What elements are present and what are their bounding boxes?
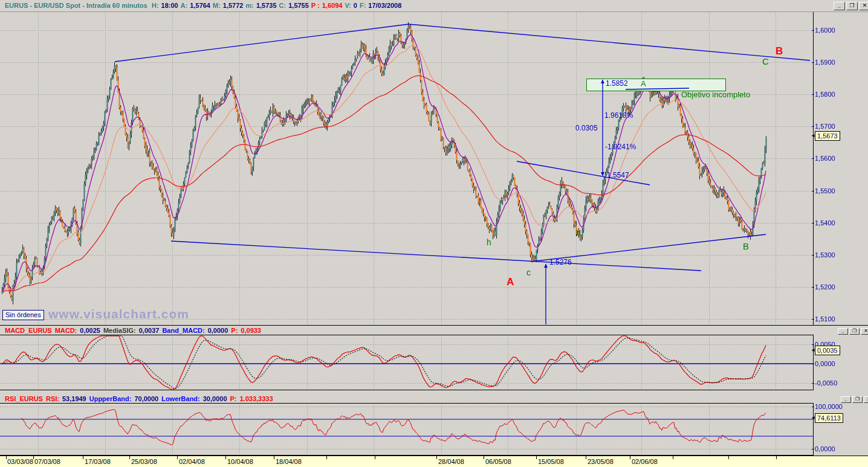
close-button[interactable]: ✕ — [864, 396, 868, 403]
left-pointer-icon: ◄ — [811, 414, 815, 422]
left-pointer-icon: ◄ — [811, 132, 815, 140]
field-label: P : — [311, 2, 320, 9]
macd-panel-bottom-border — [0, 390, 814, 390]
date-tick — [586, 456, 586, 459]
field-label: P: — [231, 327, 238, 334]
date-tick — [436, 456, 437, 459]
main-window-controls: _❐✕ — [834, 2, 868, 10]
titlebar-divider — [0, 11, 868, 12]
minimize-button[interactable]: _ — [838, 328, 848, 335]
date-tick — [728, 456, 729, 459]
axis-tick-label: 1,5500 — [815, 187, 835, 195]
axis-tick-label: 1,5300 — [815, 251, 835, 259]
date-tick — [375, 456, 375, 459]
macd-pane[interactable] — [0, 335, 813, 390]
field-label: MediaSIG: — [103, 327, 136, 334]
titlebar-quote-fields: H:18:00A:1,5764M:1,5772m:1,5735C:1,5755P… — [152, 2, 404, 9]
date-label: 23/05/08 — [588, 458, 614, 465]
axis-tick-label: 1,5800 — [815, 90, 835, 98]
field-value: 1,5772 — [223, 2, 244, 9]
watermark: www.visualchart.com — [48, 307, 189, 321]
field-value: 18:00 — [161, 2, 178, 9]
axis-tick-label: 1,5400 — [815, 219, 835, 227]
minimize-button[interactable]: _ — [834, 2, 845, 10]
field-value: 1.033,3333 — [240, 395, 273, 402]
maximize-button[interactable]: ❐ — [849, 328, 860, 335]
symbol-title: EURUS - EUR/USD Spot - Intradía 60 minut… — [5, 2, 147, 9]
minimize-button[interactable]: _ — [841, 396, 851, 403]
date-tick — [673, 456, 673, 459]
date-tick — [6, 456, 7, 459]
field-label: C: — [279, 2, 287, 9]
date-label: 02/06/08 — [632, 458, 658, 465]
maximize-button[interactable]: ❐ — [846, 2, 858, 10]
field-label: UppperBand: — [89, 395, 132, 402]
wave-b2-label: B — [743, 241, 749, 251]
field-value: 0,0000 — [208, 327, 228, 334]
axis-tick-label: 1,5100 — [815, 315, 835, 323]
field-value: 1,6094 — [322, 2, 343, 9]
last-price-box: ◄1,5673 — [815, 131, 840, 141]
wave-a-label: A — [507, 276, 514, 288]
maximize-button[interactable]: ❐ — [852, 396, 863, 403]
axis-tick-label: 100,0000 — [815, 402, 843, 411]
macd-panel-top-border — [0, 335, 814, 335]
field-value: 1,5764 — [190, 2, 210, 9]
rsi-value-box: ◄74,6113 — [815, 413, 843, 423]
date-label: 17/03/08 — [85, 458, 111, 465]
wave-c-small-label: c — [526, 268, 531, 277]
field-value: 1,5755 — [288, 2, 309, 9]
field-label: H: — [152, 2, 159, 9]
date-tick — [177, 456, 178, 459]
field-value: 70,0000 — [134, 395, 158, 402]
date-label: 03/03/08 — [7, 458, 33, 465]
price-axis-divider — [813, 12, 814, 325]
field-value: 0,0933 — [241, 327, 261, 334]
date-label: 15/05/08 — [538, 458, 564, 465]
range-label: 0.0305 — [575, 124, 598, 132]
no-orders-status-box: Sin órdenes — [2, 310, 44, 320]
rsi-panel-top-border — [0, 403, 814, 404]
date-axis[interactable]: 03/03/0807/03/0817/03/0825/03/0802/04/08… — [0, 456, 868, 467]
field-label: MACD_EURUS — [5, 327, 52, 334]
field-value: 0,0037 — [139, 327, 160, 334]
field-value: 53,1949 — [62, 395, 86, 402]
date-tick — [484, 456, 484, 459]
field-value: 0,0025 — [80, 327, 100, 334]
field-label: A: — [181, 2, 188, 9]
target-price-label: 1.5852 — [606, 79, 628, 88]
chart-titlebar: EURUS - EUR/USD Spot - Intradía 60 minut… — [0, 0, 868, 11]
visualchart-window: EURUS - EUR/USD Spot - Intradía 60 minut… — [0, 0, 868, 467]
axis-tick-label: 1,5200 — [815, 283, 835, 291]
date-tick — [536, 456, 537, 459]
date-tick — [274, 456, 274, 459]
date-label: 02/04/08 — [179, 458, 205, 465]
macd-header: MACD_EURUSMACD:0,0025MediaSIG:0,0037Band… — [5, 327, 264, 334]
rsi-axis-divider — [813, 403, 814, 456]
wave-h-left-label: h — [487, 237, 491, 247]
date-label: 10/04/08 — [227, 458, 253, 465]
field-label: LowerBand: — [161, 395, 200, 402]
field-label: RSI_EURUS — [5, 395, 43, 402]
axis-tick-label: 1,6000 — [815, 26, 835, 34]
field-label: F: — [360, 2, 366, 9]
date-tick — [776, 456, 777, 459]
macd-value-box: ◄0,0035 — [815, 346, 840, 355]
wave-h-right-label: h — [576, 228, 581, 238]
field-label: Band_MACD: — [162, 327, 204, 334]
price-chart-pane[interactable] — [0, 12, 813, 325]
date-label: 28/04/08 — [438, 458, 464, 465]
close-button[interactable]: ✕ — [859, 2, 868, 10]
field-value: 30,0000 — [203, 395, 227, 402]
rsi-pane[interactable] — [0, 404, 813, 455]
axis-tick-label: 0,0000 — [815, 359, 835, 368]
percent-up-label: 1.9618% — [604, 111, 633, 120]
low-price-label: 1.5276 — [549, 258, 572, 266]
date-tick — [630, 456, 630, 459]
date-label: 06/05/08 — [485, 458, 511, 465]
field-label: P: — [230, 395, 237, 402]
price-panel-bottom-border — [0, 325, 868, 326]
mid-price-label: 1.5547 — [607, 171, 629, 179]
close-button[interactable]: ✕ — [861, 328, 868, 335]
field-value: 1,5735 — [256, 2, 277, 9]
